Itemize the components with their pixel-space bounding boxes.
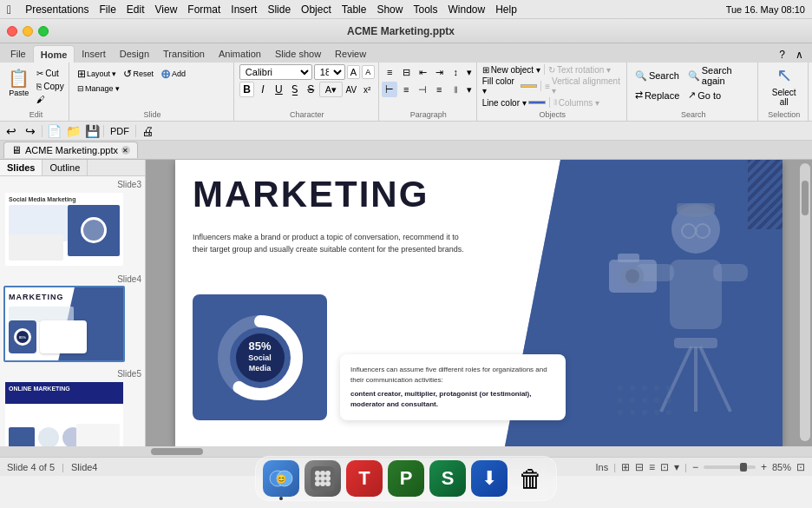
toolbar-new-button[interactable]: 📄: [46, 123, 62, 139]
goto-button[interactable]: ↗ Go to: [685, 89, 724, 102]
search-again-button[interactable]: 🔍 Search again: [685, 64, 755, 87]
toolbar-undo-button[interactable]: ↩: [3, 123, 19, 139]
para-more-button[interactable]: ▾: [464, 64, 475, 80]
paste-button[interactable]: 📋 Paste: [5, 66, 32, 99]
dock-launchpad[interactable]: [304, 460, 341, 497]
search-button[interactable]: 🔍 Search: [632, 69, 682, 82]
align-center-button[interactable]: ≡: [398, 82, 414, 97]
menu-object[interactable]: Object: [301, 3, 331, 16]
increase-indent-button[interactable]: ⇥: [431, 64, 447, 80]
outline-tab[interactable]: Outline: [43, 160, 88, 175]
menu-slide[interactable]: Slide: [267, 3, 291, 16]
align-left-button[interactable]: ⊢: [382, 82, 397, 97]
underline-button[interactable]: U: [272, 82, 286, 97]
dock-trash[interactable]: 🗑: [513, 460, 549, 497]
v-scrollbar[interactable]: [800, 163, 810, 441]
menu-tools[interactable]: Tools: [413, 3, 437, 16]
tab-close-button[interactable]: ✕: [121, 146, 130, 155]
tab-design[interactable]: Design: [113, 45, 156, 63]
line-spacing-button[interactable]: ↕: [448, 64, 463, 80]
menu-view[interactable]: View: [155, 3, 178, 16]
slide-item-3[interactable]: Slide3 Social Media Marketing: [3, 180, 141, 267]
menu-insert[interactable]: Insert: [231, 3, 257, 16]
line-color-button[interactable]: Line color ▾: [482, 98, 546, 108]
new-object-button[interactable]: ⊞ New object ▾: [482, 65, 540, 75]
view-more-icon[interactable]: ▾: [674, 461, 679, 473]
tab-file[interactable]: File: [3, 45, 33, 63]
dock-planner-p[interactable]: P: [388, 460, 424, 497]
dock-toolbox-t[interactable]: T: [346, 460, 383, 497]
tab-home[interactable]: Home: [33, 45, 75, 63]
tab-transition[interactable]: Transition: [156, 45, 212, 63]
fit-to-window-button[interactable]: ⊡: [796, 461, 805, 473]
font-name-select[interactable]: Calibri: [239, 64, 312, 80]
tab-insert[interactable]: Insert: [75, 45, 113, 63]
font-size-select[interactable]: 18: [314, 64, 345, 80]
zoom-in-button[interactable]: +: [761, 461, 767, 473]
superscript-button[interactable]: x²: [360, 82, 375, 97]
font-decrease-button[interactable]: A: [362, 65, 375, 79]
menu-file[interactable]: File: [100, 3, 116, 16]
minimize-button[interactable]: [23, 26, 33, 36]
slide-manage-button[interactable]: ⊟ Manage ▾: [75, 83, 122, 94]
toolbar-print-button[interactable]: 🖨: [140, 123, 155, 139]
menu-window[interactable]: Window: [448, 3, 485, 16]
justify-button[interactable]: ≡: [431, 82, 447, 97]
toolbar-pdf-button[interactable]: PDF: [108, 126, 132, 136]
view-normal-icon[interactable]: ⊞: [621, 461, 630, 473]
format-paint-button[interactable]: 🖌: [34, 94, 66, 105]
dock-finder[interactable]: 😊: [263, 460, 299, 497]
dock-downloader[interactable]: ⬇: [471, 460, 508, 497]
strikethrough-button[interactable]: S: [304, 82, 318, 97]
h-scroll-thumb[interactable]: [151, 448, 203, 455]
close-button[interactable]: [7, 26, 17, 36]
apple-icon[interactable]: : [7, 3, 11, 16]
ribbon-help[interactable]: ?: [774, 47, 790, 63]
italic-button[interactable]: I: [255, 82, 270, 97]
para-more2-button[interactable]: ▾: [464, 82, 475, 97]
slide-layout-button[interactable]: ⊞ Layout ▾: [75, 66, 120, 82]
vertical-align-button[interactable]: ≡ Vertical alignment ▾: [545, 76, 623, 96]
ribbon-collapse[interactable]: ∧: [790, 47, 809, 63]
menu-edit[interactable]: Edit: [127, 3, 145, 16]
select-all-button[interactable]: Select all: [767, 88, 801, 107]
menu-table[interactable]: Table: [342, 3, 367, 16]
slide-item-4[interactable]: Slide4 MARKETING 85%: [3, 274, 141, 362]
cut-button[interactable]: ✂ Cut: [34, 68, 66, 79]
decrease-indent-button[interactable]: ⇤: [415, 64, 430, 80]
shadow-button[interactable]: S̲: [287, 82, 302, 97]
replace-button[interactable]: ⇄ Replace: [632, 89, 682, 102]
numbered-list-button[interactable]: ⊟: [398, 64, 414, 80]
fill-color-button[interactable]: Fill color ▾: [482, 76, 538, 96]
copy-button[interactable]: ⎘ Copy: [34, 81, 66, 92]
slide-item-5[interactable]: Slide5 ONLINE MARKETING: [3, 369, 141, 446]
toolbar-save-button[interactable]: 💾: [84, 123, 100, 139]
slide-3-thumb[interactable]: Social Media Marketing: [3, 191, 125, 267]
menu-presentations[interactable]: Presentations: [25, 3, 88, 16]
tab-review[interactable]: Review: [328, 45, 373, 63]
maximize-button[interactable]: [38, 26, 49, 36]
tab-slideshow[interactable]: Slide show: [268, 45, 328, 63]
menu-show[interactable]: Show: [377, 3, 403, 16]
zoom-out-button[interactable]: −: [692, 461, 698, 473]
slide-reset-button[interactable]: ↺ Reset: [121, 66, 156, 82]
font-color-button[interactable]: A▾: [319, 82, 343, 97]
font-increase-button[interactable]: A: [347, 65, 360, 79]
v-scroll-thumb[interactable]: [802, 181, 809, 215]
document-tab[interactable]: 🖥 ACME Marketing.pptx ✕: [3, 142, 138, 158]
slide-canvas[interactable]: MARKETING Influencers make a brand or pr…: [175, 160, 783, 446]
zoom-slider[interactable]: [704, 465, 756, 469]
slides-tab[interactable]: Slides: [0, 160, 43, 175]
slide-4-thumb[interactable]: MARKETING 85%: [3, 286, 125, 362]
columns-button[interactable]: ⫴: [448, 82, 463, 97]
view-notes-icon[interactable]: ⊡: [660, 461, 669, 473]
columns-obj-button[interactable]: ⫴ Columns ▾: [553, 97, 599, 108]
tab-animation[interactable]: Animation: [212, 45, 268, 63]
toolbar-redo-button[interactable]: ↪: [23, 123, 38, 139]
dock-app-s[interactable]: S: [429, 460, 466, 497]
align-right-button[interactable]: ⊣: [415, 82, 430, 97]
char-spacing-button[interactable]: AV: [344, 82, 358, 97]
view-outline-icon[interactable]: ≡: [649, 461, 655, 473]
slide-5-thumb[interactable]: ONLINE MARKETING: [3, 380, 125, 446]
slide-add-button[interactable]: ⊕ Add: [158, 66, 188, 82]
